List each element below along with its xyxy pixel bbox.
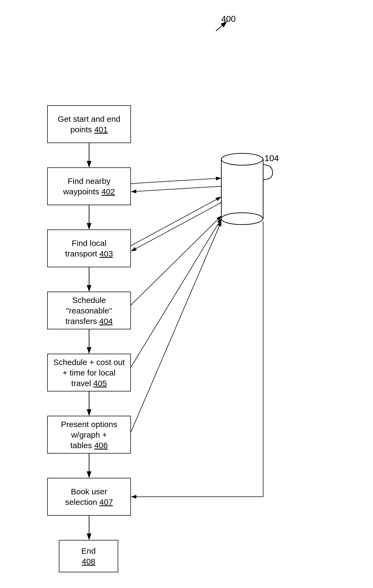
box-402: Find nearby waypoints 402 [47, 167, 131, 205]
box-403-number: 403 [99, 249, 113, 258]
svg-rect-10 [221, 159, 263, 219]
svg-point-11 [221, 153, 263, 165]
box-406-label: Present options w/graph + tables [61, 420, 117, 450]
svg-line-17 [131, 216, 221, 305]
box-405-label: Schedule + cost out + time for local tra… [53, 358, 125, 388]
flowchart-diagram: 400 104 Get start and end points 401 Fin… [0, 0, 373, 588]
box-402-number: 402 [101, 187, 115, 196]
box-406-number: 406 [94, 441, 108, 450]
box-401-label: Get start and end points [58, 114, 120, 134]
box-404: Schedule "reasonable" transfers 404 [47, 292, 131, 329]
svg-line-14 [131, 186, 221, 192]
svg-line-16 [131, 202, 221, 251]
box-407: Book user selection 407 [47, 478, 131, 516]
ref-400: 400 [221, 14, 236, 24]
svg-line-18 [131, 219, 221, 367]
box-404-number: 404 [99, 317, 113, 326]
box-408: End 408 [59, 540, 118, 572]
box-408-number: 408 [82, 557, 95, 566]
box-403: Find local transport 403 [47, 229, 131, 267]
svg-line-15 [131, 197, 221, 246]
box-405: Schedule + cost out + time for local tra… [47, 354, 131, 391]
svg-point-12 [221, 213, 263, 225]
svg-line-19 [131, 221, 221, 432]
box-407-number: 407 [99, 498, 113, 506]
box-408-label: End [81, 546, 96, 555]
ref-104: 104 [265, 153, 279, 163]
box-401-number: 401 [94, 125, 108, 134]
box-401: Get start and end points 401 [47, 105, 131, 143]
box-405-number: 405 [93, 379, 107, 388]
svg-line-13 [131, 178, 221, 184]
box-406: Present options w/graph + tables 406 [47, 416, 131, 454]
